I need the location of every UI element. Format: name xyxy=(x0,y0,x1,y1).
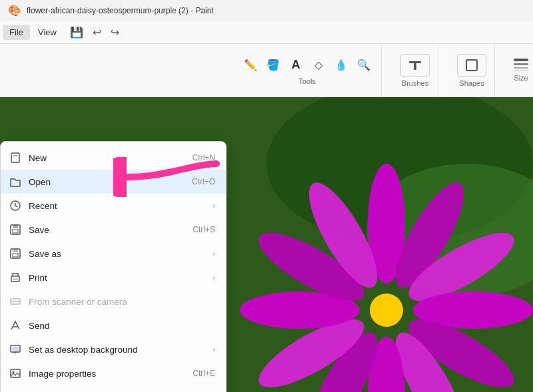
send-icon xyxy=(9,319,22,332)
svg-rect-2 xyxy=(466,60,477,71)
svg-point-38 xyxy=(13,371,15,373)
app-icon: 🎨 xyxy=(8,4,21,17)
menu-view[interactable]: View xyxy=(31,25,63,40)
file-dropdown-menu: New Ctrl+N Open Ctrl+O Recent › Save Ctr… xyxy=(0,141,227,392)
brushes-icons-row xyxy=(400,54,430,77)
menu-item-desktop-bg[interactable]: Set as desktop background › xyxy=(1,337,226,361)
fill-tool[interactable]: 🪣 xyxy=(264,56,282,75)
menu-bar: File View 💾 ↩ ↪ xyxy=(0,21,533,44)
recent-icon xyxy=(9,199,22,212)
menu-item-print[interactable]: Print › xyxy=(1,266,226,290)
toolbar-size-section: Size xyxy=(506,44,533,97)
size-icons-row xyxy=(514,59,528,71)
save-icon[interactable]: 💾 xyxy=(67,25,86,40)
menu-item-new[interactable]: New Ctrl+N xyxy=(1,146,226,170)
svg-rect-27 xyxy=(13,254,18,257)
tools-icons-row: ✏️ 🪣 A ◇ 💧 🔍 xyxy=(241,56,373,75)
menu-item-open[interactable]: Open Ctrl+O xyxy=(1,170,226,194)
size-selector[interactable] xyxy=(514,59,528,71)
desktop-bg-arrow: › xyxy=(213,345,215,353)
recent-arrow: › xyxy=(213,202,215,210)
tools-label: Tools xyxy=(298,77,316,85)
menu-item-about[interactable]: About Paint xyxy=(1,385,226,392)
window-title: flower-african-daisy-osteospermum-purple… xyxy=(27,6,214,15)
image-props-icon xyxy=(9,367,22,380)
image-props-shortcut: Ctrl+E xyxy=(193,369,215,378)
toolbar-brushes-section: Brushes xyxy=(392,44,438,97)
title-bar: 🎨 flower-african-daisy-osteospermum-purp… xyxy=(0,0,533,21)
shapes-icons-row xyxy=(457,54,486,77)
brushes-label: Brushes xyxy=(402,79,428,87)
print-label: Print xyxy=(29,273,206,283)
svg-rect-19 xyxy=(11,153,19,162)
menu-file[interactable]: File xyxy=(3,25,30,40)
save-as-icon xyxy=(9,247,22,260)
svg-rect-1 xyxy=(414,63,416,70)
redo-icon[interactable]: ↪ xyxy=(108,25,122,40)
save-as-arrow: › xyxy=(213,250,215,258)
save-shortcut: Ctrl+S xyxy=(193,225,215,234)
new-icon xyxy=(9,151,22,164)
menu-item-recent[interactable]: Recent › xyxy=(1,194,226,218)
size-label: Size xyxy=(514,74,528,82)
scanner-icon xyxy=(9,295,22,308)
svg-rect-34 xyxy=(12,347,19,351)
svg-rect-37 xyxy=(11,369,20,377)
brush-selector[interactable] xyxy=(400,54,430,77)
toolbar-tools-section: ✏️ 🪣 A ◇ 💧 🔍 Tools xyxy=(233,44,382,97)
shapes-label: Shapes xyxy=(459,79,484,87)
svg-rect-26 xyxy=(13,249,18,252)
open-label: Open xyxy=(29,177,185,187)
undo-icon[interactable]: ↩ xyxy=(90,25,104,40)
svg-point-18 xyxy=(370,294,403,327)
svg-rect-29 xyxy=(13,278,18,280)
recent-label: Recent xyxy=(29,201,206,211)
menu-bar-icons: 💾 ↩ ↪ xyxy=(67,25,122,40)
menu-item-save-as[interactable]: Save as › xyxy=(1,242,226,266)
menu-item-scanner: From scanner or camera xyxy=(1,290,226,313)
svg-rect-0 xyxy=(409,61,421,63)
save-label: Save xyxy=(29,225,186,235)
picker-tool[interactable]: 💧 xyxy=(332,56,350,75)
menu-item-save[interactable]: Save Ctrl+S xyxy=(1,218,226,242)
svg-rect-24 xyxy=(13,230,18,233)
menu-item-image-props[interactable]: Image properties Ctrl+E xyxy=(1,361,226,385)
toolbar: ✏️ 🪣 A ◇ 💧 🔍 Tools Brushes Shapes xyxy=(0,44,533,97)
save-as-label: Save as xyxy=(29,249,206,259)
eraser-tool[interactable]: ◇ xyxy=(309,56,328,75)
pencil-tool[interactable]: ✏️ xyxy=(241,56,260,75)
zoom-tool[interactable]: 🔍 xyxy=(354,56,373,75)
new-label: New xyxy=(29,153,186,163)
desktop-bg-icon xyxy=(9,343,22,356)
print-arrow: › xyxy=(213,274,215,282)
svg-rect-23 xyxy=(13,225,18,228)
image-props-label: Image properties xyxy=(29,369,186,379)
menu-item-send[interactable]: Send xyxy=(1,313,226,337)
shape-selector[interactable] xyxy=(457,54,486,77)
toolbar-shapes-section: Shapes xyxy=(449,44,495,97)
save-menu-icon xyxy=(9,223,22,236)
send-label: Send xyxy=(29,321,215,331)
text-tool[interactable]: A xyxy=(286,56,305,75)
scanner-label: From scanner or camera xyxy=(29,297,215,307)
desktop-bg-label: Set as desktop background xyxy=(29,345,206,355)
new-shortcut: Ctrl+N xyxy=(193,153,215,162)
print-icon xyxy=(9,271,22,284)
open-shortcut: Ctrl+O xyxy=(192,177,215,186)
open-icon xyxy=(9,175,22,188)
main-area: New Ctrl+N Open Ctrl+O Recent › Save Ctr… xyxy=(0,97,533,392)
